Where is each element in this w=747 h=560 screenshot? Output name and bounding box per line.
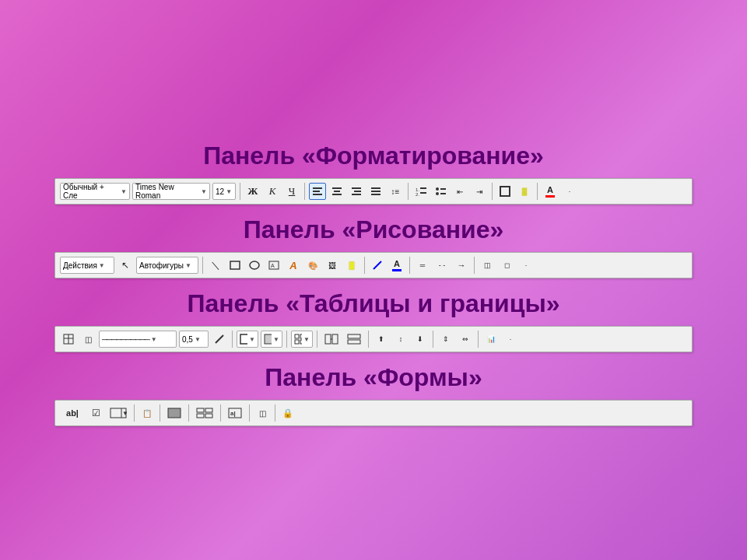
bold-btn[interactable]: Ж [244,183,261,200]
highlight-btn[interactable]: ▓ [516,183,533,200]
list-num-btn[interactable]: 1. 2. [412,183,430,200]
merge-cells-btn[interactable] [321,331,342,348]
line-btn[interactable]: ＼ [207,257,224,274]
line-style-value: ────────── [102,335,149,344]
actions-dropdown[interactable]: Действия ▼ [60,257,114,274]
dist-rows-btn[interactable]: ⇕ [437,331,454,348]
svg-rect-37 [332,334,338,344]
font-color-btn[interactable]: A [542,183,559,200]
svg-rect-5 [332,194,342,195]
image-btn[interactable]: 🖼 [324,257,341,274]
list-bul-btn[interactable] [432,183,449,200]
style-dropdown[interactable]: Обычный + Сле ▼ [60,183,130,200]
svg-rect-0 [313,187,322,189]
line-weight-arrow: ▼ [195,336,201,343]
form-table-btn[interactable] [193,404,216,422]
rect-icon [230,260,240,271]
line-color-btn[interactable] [369,257,386,274]
reset-form-btn[interactable]: ◫ [254,404,271,422]
autoshapes-arrow: ▼ [185,262,191,269]
text-field-btn[interactable]: ab| [60,404,85,422]
arrow-style-btn[interactable]: → [453,257,470,274]
shading-dropdown[interactable]: ▼ [261,331,282,348]
svg-rect-20 [500,187,510,196]
font-color2-btn[interactable]: A [388,257,405,274]
font-color-indicator: A [545,185,555,198]
select-btn[interactable]: ↖ [117,257,134,274]
svg-rect-2 [313,194,322,195]
svg-rect-30 [240,334,247,344]
line-color-icon [372,260,383,271]
borders-dropdown[interactable]: ▼ [237,331,258,348]
svg-rect-15 [420,192,426,194]
draw-table-btn[interactable] [60,331,77,348]
line-style-btn[interactable]: ═ [414,257,431,274]
drawing-toolbar: Действия ▼ ↖ Автофигуры ▼ ＼ [54,252,693,278]
autoshapes-label: Автофигуры [139,261,184,270]
underline-btn[interactable]: Ч [283,183,300,200]
svg-rect-48 [205,414,212,418]
outside-border-btn[interactable] [496,183,514,200]
field-options-icon: a| [228,408,242,418]
field-options-btn[interactable]: a| [225,404,245,422]
autoformat-btn[interactable]: 📊 [482,331,500,348]
textbox-btn[interactable]: A [265,257,282,274]
more-draw-btn[interactable]: · [517,257,535,274]
split-cells-btn[interactable] [344,331,364,348]
split-cells-icon [347,334,361,345]
align-cell-mid-btn[interactable]: ↕ [392,331,409,348]
font-value: Times New Roman [135,183,199,200]
form-shading-btn[interactable] [164,404,184,422]
size-dropdown[interactable]: 12 ▼ [212,183,236,200]
sep12 [317,331,317,348]
shadow-btn[interactable]: ◫ [479,257,496,274]
dash-style-btn[interactable]: - - [433,257,451,274]
autoshapes-dropdown[interactable]: Автофигуры ▼ [136,257,198,274]
checkbox-btn[interactable]: ☑ [87,404,104,422]
line-style-dropdown[interactable]: ────────── ▼ [99,331,177,348]
align-left-icon [312,186,323,197]
ellipse-btn[interactable] [246,257,263,274]
border-color-btn[interactable] [211,331,228,348]
forms-title: Панель «Формы» [54,354,693,400]
tables-section: Панель «Таблицы и границы» ◫ ────────── … [54,280,693,352]
align-cell-top-btn[interactable]: ⬆ [373,331,390,348]
fill-color-btn[interactable]: ▓ [343,257,360,274]
decrease-indent-btn[interactable]: ⇤ [451,183,468,200]
dropdown-form-btn[interactable]: ▼ [107,404,130,422]
align-justify-btn[interactable] [367,183,384,200]
ellipse-icon [249,260,260,271]
sep8 [409,257,410,274]
main-container: Панель «Форматирование» Обычный + Сле ▼ … [54,132,693,428]
align-left-btn[interactable] [309,183,326,200]
font-dropdown[interactable]: Times New Roman ▼ [132,183,210,200]
3d-btn[interactable]: ◻ [498,257,515,274]
italic-btn[interactable]: К [264,183,281,200]
insert-table-arrow: ▼ [303,336,310,343]
eraser-btn[interactable]: ◫ [79,331,96,348]
more-fmt-btn[interactable]: · [561,183,578,200]
increase-indent-btn[interactable]: ⇥ [471,183,488,200]
align-cell-bot-btn[interactable]: ⬇ [412,331,429,348]
outside-border-icon [500,186,510,197]
sep19 [220,404,221,422]
sep5 [537,183,538,200]
line-spacing-btn[interactable]: ↕≡ [387,183,404,200]
lock-btn[interactable]: 🔒 [279,404,296,422]
style-value: Обычный + Сле [63,183,119,200]
line-weight-value: 0,5 [182,335,193,344]
sep10 [232,331,233,348]
more-table-btn[interactable]: · [502,331,519,348]
line-weight-dropdown[interactable]: 0,5 ▼ [179,331,209,348]
svg-rect-1 [313,191,320,192]
align-center-btn[interactable] [328,183,345,200]
align-right-btn[interactable] [348,183,365,200]
rect-btn[interactable] [226,257,244,274]
insert-frame-btn[interactable]: 📋 [139,404,156,422]
clipart-btn[interactable]: 🎨 [304,257,321,274]
svg-text:▼: ▼ [122,410,127,417]
wordart-btn[interactable]: A [285,257,302,274]
dist-cols-btn[interactable]: ⇔ [457,331,474,348]
insert-table-dropdown[interactable]: ▼ [291,331,313,348]
svg-rect-39 [348,334,360,338]
